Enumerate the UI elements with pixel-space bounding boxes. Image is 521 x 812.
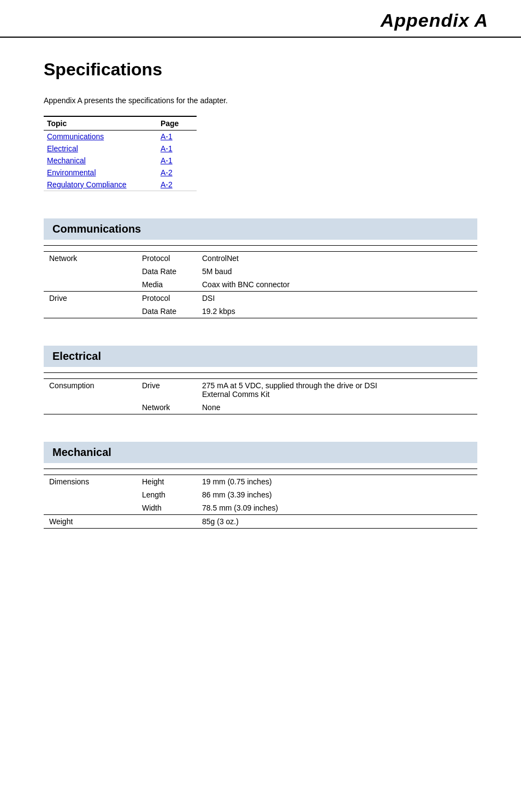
appendix-label-text: Appendix <box>381 10 470 31</box>
mechanical-section: Mechanical DimensionsHeight19 mm (0.75 i… <box>44 442 477 529</box>
toc-link[interactable]: Electrical <box>47 144 78 153</box>
table-row: DimensionsHeight19 mm (0.75 inches) <box>44 475 477 489</box>
toc-row: MechanicalA-1 <box>44 155 197 167</box>
row-label <box>44 501 131 515</box>
communications-table-wrapper: NetworkProtocolControlNetData Rate5M bau… <box>44 245 477 318</box>
row-sublabel: Data Rate <box>131 305 197 318</box>
row-sublabel: Protocol <box>131 292 197 305</box>
toc-topic-cell[interactable]: Environmental <box>44 167 157 179</box>
row-sublabel: Media <box>131 278 197 292</box>
row-value: 19 mm (0.75 inches) <box>197 475 477 489</box>
row-label <box>44 488 131 501</box>
toc-page-link[interactable]: A-1 <box>161 156 173 165</box>
toc-link[interactable]: Mechanical <box>47 156 86 165</box>
table-row: Data Rate5M baud <box>44 265 477 278</box>
toc-page-cell[interactable]: A-2 <box>157 167 197 179</box>
mechanical-header: Mechanical <box>44 442 477 463</box>
row-sublabel: Height <box>131 475 197 489</box>
communications-header: Communications <box>44 218 477 240</box>
table-row: Width78.5 mm (3.09 inches) <box>44 501 477 515</box>
toc-row: ElectricalA-1 <box>44 143 197 155</box>
row-value: 85g (3 oz.) <box>197 515 477 529</box>
appendix-header: Appendix A <box>381 10 488 31</box>
toc-topic-cell[interactable]: Electrical <box>44 143 157 155</box>
row-value: ControlNet <box>197 252 477 265</box>
row-value: 78.5 mm (3.09 inches) <box>197 501 477 515</box>
row-sublabel: Drive <box>131 379 197 401</box>
row-label <box>44 265 131 278</box>
electrical-table: ConsumptionDrive275 mA at 5 VDC, supplie… <box>44 378 477 414</box>
row-value: 5M baud <box>197 265 477 278</box>
page-header: Appendix A <box>0 0 521 38</box>
toc-table: Topic Page CommunicationsA-1ElectricalA-… <box>44 116 197 191</box>
table-row: NetworkNone <box>44 401 477 414</box>
main-content: Specifications Appendix A presents the s… <box>0 38 521 578</box>
electrical-section: Electrical ConsumptionDrive275 mA at 5 V… <box>44 346 477 414</box>
toc-page-link[interactable]: A-1 <box>161 132 173 141</box>
row-sublabel: Network <box>131 401 197 414</box>
toc-link[interactable]: Environmental <box>47 168 96 177</box>
row-sublabel <box>131 515 197 529</box>
toc-link[interactable]: Communications <box>47 132 104 141</box>
page-title: Specifications <box>44 60 477 80</box>
row-label: Weight <box>44 515 131 529</box>
row-label <box>44 278 131 292</box>
toc-topic-cell[interactable]: Regulatory Compliance <box>44 179 157 191</box>
toc-page-link[interactable]: A-2 <box>161 168 173 177</box>
row-sublabel: Length <box>131 488 197 501</box>
row-value: 19.2 kbps <box>197 305 477 318</box>
toc-row: EnvironmentalA-2 <box>44 167 197 179</box>
communications-section: Communications NetworkProtocolControlNet… <box>44 218 477 318</box>
row-sublabel: Protocol <box>131 252 197 265</box>
toc-link[interactable]: Regulatory Compliance <box>47 180 127 189</box>
electrical-table-wrapper: ConsumptionDrive275 mA at 5 VDC, supplie… <box>44 372 477 414</box>
table-row: MediaCoax with BNC connector <box>44 278 477 292</box>
row-label <box>44 401 131 414</box>
row-label <box>44 305 131 318</box>
row-label: Dimensions <box>44 475 131 489</box>
toc-col-topic: Topic <box>44 116 157 131</box>
table-row: NetworkProtocolControlNet <box>44 252 477 265</box>
toc-topic-cell[interactable]: Communications <box>44 131 157 143</box>
intro-text: Appendix A presents the specifications f… <box>44 96 477 105</box>
toc-page-cell[interactable]: A-2 <box>157 179 197 191</box>
toc-page-link[interactable]: A-2 <box>161 180 173 189</box>
row-value: 275 mA at 5 VDC, supplied through the dr… <box>197 379 477 401</box>
row-value: 86 mm (3.39 inches) <box>197 488 477 501</box>
page: Appendix A Specifications Appendix A pre… <box>0 0 521 578</box>
table-row: DriveProtocolDSI <box>44 292 477 305</box>
toc-topic-cell[interactable]: Mechanical <box>44 155 157 167</box>
communications-table: NetworkProtocolControlNetData Rate5M bau… <box>44 251 477 318</box>
mechanical-table: DimensionsHeight19 mm (0.75 inches)Lengt… <box>44 475 477 529</box>
table-row: Weight85g (3 oz.) <box>44 515 477 529</box>
row-value: Coax with BNC connector <box>197 278 477 292</box>
table-row: Length86 mm (3.39 inches) <box>44 488 477 501</box>
toc-page-cell[interactable]: A-1 <box>157 131 197 143</box>
toc-page-cell[interactable]: A-1 <box>157 143 197 155</box>
table-row: ConsumptionDrive275 mA at 5 VDC, supplie… <box>44 379 477 401</box>
toc-col-page: Page <box>157 116 197 131</box>
toc-page-cell[interactable]: A-1 <box>157 155 197 167</box>
toc-row: CommunicationsA-1 <box>44 131 197 143</box>
electrical-header: Electrical <box>44 346 477 367</box>
table-row: Data Rate19.2 kbps <box>44 305 477 318</box>
toc-page-link[interactable]: A-1 <box>161 144 173 153</box>
appendix-letter: A <box>474 10 488 31</box>
row-sublabel: Width <box>131 501 197 515</box>
mechanical-table-wrapper: DimensionsHeight19 mm (0.75 inches)Lengt… <box>44 469 477 529</box>
row-label: Drive <box>44 292 131 305</box>
row-label: Network <box>44 252 131 265</box>
row-sublabel: Data Rate <box>131 265 197 278</box>
row-label: Consumption <box>44 379 131 401</box>
row-value: DSI <box>197 292 477 305</box>
row-value: None <box>197 401 477 414</box>
toc-row: Regulatory ComplianceA-2 <box>44 179 197 191</box>
